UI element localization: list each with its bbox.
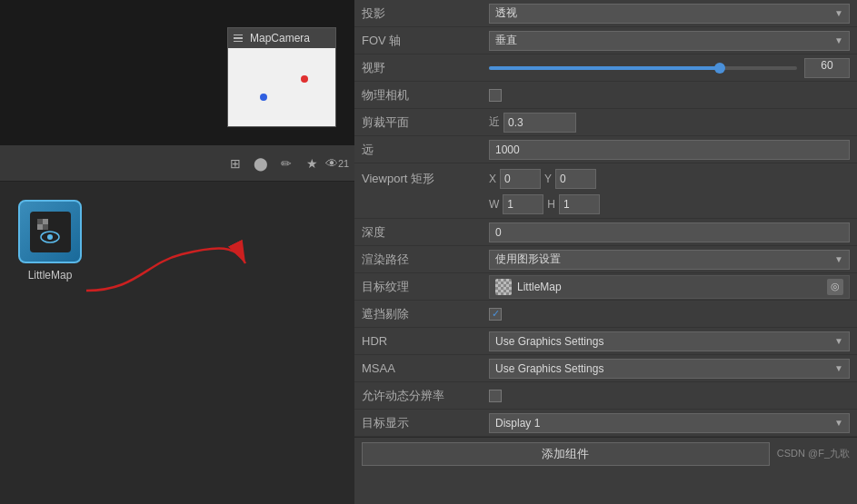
near-label: 近: [489, 114, 500, 130]
near-input[interactable]: [503, 113, 576, 133]
prop-row-clip-planes-header: 剪裁平面 近: [354, 109, 857, 136]
chevron-down-icon-2: ▼: [834, 35, 843, 45]
dropdown-projection-value: 透视: [495, 5, 517, 21]
dropdown-target-display-value: Display 1: [495, 417, 540, 430]
prop-row-dynamic-res: 允许动态分辨率: [354, 382, 857, 410]
checkbox-physical-camera[interactable]: [489, 89, 502, 102]
prop-row-viewport-rect: Viewport 矩形 X Y W H: [354, 163, 857, 219]
value-target-texture: LittleMap ◎: [489, 275, 850, 299]
littlemap-svg-icon: [34, 215, 66, 248]
fov-slider-fill: [489, 66, 720, 70]
dropdown-target-display[interactable]: Display 1 ▼: [489, 413, 850, 433]
checkbox-occlusion-culling[interactable]: [489, 308, 502, 321]
viewport-wh-row: W H: [362, 194, 850, 214]
prop-row-fov: 视野 60: [354, 54, 857, 82]
label-physical-camera: 物理相机: [362, 84, 489, 107]
fov-slider-container: 60: [489, 58, 850, 78]
menu-icon: [234, 35, 243, 43]
layout-icon[interactable]: ⊞: [225, 153, 245, 173]
watermark: CSDN @F_九歌: [770, 447, 850, 460]
add-component-button[interactable]: 添加组件: [362, 442, 770, 466]
label-projection: 投影: [362, 2, 489, 25]
label-target-texture: 目标纹理: [362, 275, 489, 299]
chevron-down-icon-4: ▼: [834, 336, 843, 346]
chevron-down-icon-5: ▼: [834, 363, 843, 373]
prop-row-projection: 投影 透视 ▼: [354, 0, 857, 27]
viewport-dark: [0, 0, 177, 145]
eye-icon[interactable]: 👁 21: [327, 153, 347, 173]
label-render-path: 渲染路径: [362, 248, 489, 272]
dropdown-render-path-value: 使用图形设置: [495, 252, 561, 267]
checkbox-dynamic-res[interactable]: [489, 390, 502, 402]
eye-count: 21: [338, 158, 349, 169]
star-icon[interactable]: ★: [302, 153, 322, 173]
value-target-display: Display 1 ▼: [489, 413, 850, 433]
prop-row-occlusion-culling: 遮挡剔除: [354, 301, 857, 328]
dropdown-fov-axis-value: 垂直: [495, 33, 517, 48]
fov-slider-thumb[interactable]: [714, 63, 725, 74]
assets-area: LittleMap: [0, 182, 354, 300]
value-occlusion-culling: [489, 308, 850, 321]
value-hdr: Use Graphics Settings ▼: [489, 331, 850, 351]
svg-rect-2: [43, 224, 48, 230]
preview-dot-blue: [260, 94, 267, 101]
asset-icon: [18, 200, 82, 263]
prop-row-render-path: 渲染路径 使用图形设置 ▼: [354, 246, 857, 273]
viewport-xy-inputs: X Y: [489, 169, 596, 189]
label-viewport-rect: Viewport 矩形: [362, 167, 489, 191]
far-input[interactable]: [489, 140, 850, 160]
texture-name: LittleMap: [517, 281, 822, 293]
value-clip-planes: 近: [489, 113, 850, 133]
dropdown-render-path[interactable]: 使用图形设置 ▼: [489, 250, 850, 270]
label-fov: 视野: [362, 56, 489, 80]
w-label: W: [489, 198, 499, 211]
dropdown-hdr[interactable]: Use Graphics Settings ▼: [489, 331, 850, 351]
label-occlusion-culling: 遮挡剔除: [362, 302, 489, 326]
value-fov-axis: 垂直 ▼: [489, 31, 850, 51]
viewport-y-input[interactable]: [555, 169, 596, 189]
viewport-w-input[interactable]: [503, 194, 543, 214]
circle-icon[interactable]: ⬤: [251, 153, 271, 173]
h-label: H: [547, 198, 555, 211]
dropdown-fov-axis[interactable]: 垂直 ▼: [489, 31, 850, 51]
toolbar-row: ⊞ ⬤ ✏ ★ 👁 21: [0, 145, 354, 182]
preview-dot-red: [301, 75, 308, 83]
fov-number-input[interactable]: 60: [804, 58, 850, 78]
value-dynamic-res: [489, 390, 850, 402]
prop-row-far: 远: [354, 136, 857, 163]
value-fov: 60: [489, 58, 850, 78]
value-projection: 透视 ▼: [489, 4, 850, 24]
value-render-path: 使用图形设置 ▼: [489, 250, 850, 270]
viewport-rect-xy-row: Viewport 矩形 X Y: [362, 167, 850, 191]
y-label: Y: [544, 173, 552, 185]
dropdown-msaa[interactable]: Use Graphics Settings ▼: [489, 359, 850, 379]
texture-target-btn[interactable]: ◎: [827, 279, 843, 295]
camera-preview: MapCamera: [227, 27, 336, 127]
viewport-x-input[interactable]: [500, 169, 541, 189]
x-label: X: [489, 173, 496, 185]
label-dynamic-res: 允许动态分辨率: [362, 384, 489, 408]
camera-preview-header: MapCamera: [228, 28, 335, 48]
depth-input[interactable]: [489, 222, 850, 242]
label-hdr: HDR: [362, 331, 489, 351]
asset-item-littlemap[interactable]: LittleMap: [18, 200, 82, 282]
prop-row-msaa: MSAA Use Graphics Settings ▼: [354, 355, 857, 382]
viewport-wh-inputs: W H: [489, 194, 600, 214]
texture-selector[interactable]: LittleMap ◎: [489, 275, 850, 299]
clip-planes-inputs: 近: [489, 113, 576, 133]
pencil-icon[interactable]: ✏: [276, 153, 296, 173]
chevron-down-icon: ▼: [834, 8, 843, 18]
value-physical-camera: [489, 89, 850, 102]
label-fov-axis: FOV 轴: [362, 29, 489, 53]
viewport-h-input[interactable]: [559, 194, 600, 214]
left-panel: MapCamera ⊞ ⬤ ✏ ★ 👁 21: [0, 0, 354, 504]
fov-slider-track[interactable]: [489, 66, 797, 70]
dropdown-hdr-value: Use Graphics Settings: [495, 335, 603, 348]
dropdown-projection[interactable]: 透视 ▼: [489, 4, 850, 24]
prop-row-target-display: 目标显示 Display 1 ▼: [354, 410, 857, 437]
texture-thumb: [495, 279, 512, 295]
prop-row-depth: 深度: [354, 219, 857, 246]
label-clip-planes: 剪裁平面: [362, 111, 489, 134]
label-depth: 深度: [362, 221, 489, 244]
dropdown-msaa-value: Use Graphics Settings: [495, 362, 603, 375]
